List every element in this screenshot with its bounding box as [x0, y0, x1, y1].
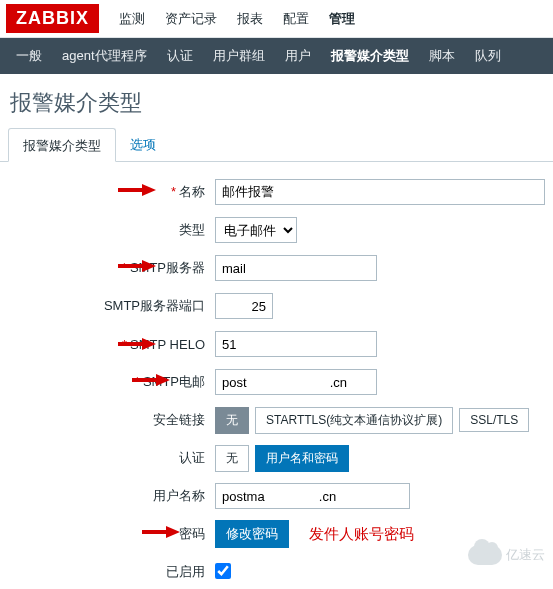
subnav-proxies[interactable]: agent代理程序: [52, 47, 157, 65]
smtp-email-input[interactable]: [215, 369, 377, 395]
label-auth: 认证: [0, 449, 215, 467]
subnav-mediatypes[interactable]: 报警媒介类型: [321, 47, 419, 65]
change-password-button[interactable]: 修改密码: [215, 520, 289, 548]
subnav-general[interactable]: 一般: [6, 47, 52, 65]
tab-options[interactable]: 选项: [116, 128, 170, 161]
username-input[interactable]: [215, 483, 410, 509]
name-input[interactable]: [215, 179, 545, 205]
tab-mediatype[interactable]: 报警媒介类型: [8, 128, 116, 162]
topnav-inventory[interactable]: 资产记录: [155, 10, 227, 28]
auth-none-button[interactable]: 无: [215, 445, 249, 472]
label-name: *名称: [0, 183, 215, 201]
label-smtp-port: SMTP服务器端口: [0, 297, 215, 315]
smtp-server-input[interactable]: [215, 255, 377, 281]
topnav-config[interactable]: 配置: [273, 10, 319, 28]
security-ssltls-button[interactable]: SSL/TLS: [459, 408, 529, 432]
page-title: 报警媒介类型: [0, 74, 553, 128]
arrow-icon: [116, 183, 156, 197]
topnav-admin[interactable]: 管理: [319, 10, 365, 28]
label-username: 用户名称: [0, 487, 215, 505]
smtp-port-input[interactable]: [215, 293, 273, 319]
label-smtp-email: *SMTP电邮: [0, 373, 215, 391]
subnav-queue[interactable]: 队列: [465, 47, 511, 65]
arrow-icon: [116, 259, 156, 273]
type-select[interactable]: 电子邮件: [215, 217, 297, 243]
auth-userpass-button[interactable]: 用户名和密码: [255, 445, 349, 472]
label-smtp-helo: *SMTP HELO: [0, 337, 215, 352]
topnav-monitoring[interactable]: 监测: [109, 10, 155, 28]
label-password: 密码: [0, 525, 215, 543]
topnav-reports[interactable]: 报表: [227, 10, 273, 28]
watermark: 亿速云: [468, 545, 545, 565]
subnav-scripts[interactable]: 脚本: [419, 47, 465, 65]
enabled-checkbox[interactable]: [215, 563, 231, 579]
brand-logo[interactable]: ZABBIX: [6, 4, 99, 33]
label-smtp-server: *SMTP服务器: [0, 259, 215, 277]
label-security: 安全链接: [0, 411, 215, 429]
annotation-text: 发件人账号密码: [309, 525, 414, 544]
security-none-button[interactable]: 无: [215, 407, 249, 434]
arrow-icon: [130, 373, 170, 387]
subnav-auth[interactable]: 认证: [157, 47, 203, 65]
label-type: 类型: [0, 221, 215, 239]
arrow-icon: [140, 525, 180, 539]
smtp-helo-input[interactable]: [215, 331, 377, 357]
cloud-icon: [468, 545, 502, 565]
arrow-icon: [116, 337, 156, 351]
security-starttls-button[interactable]: STARTTLS(纯文本通信协议扩展): [255, 407, 453, 434]
subnav-users[interactable]: 用户: [275, 47, 321, 65]
label-enabled: 已启用: [0, 563, 215, 581]
subnav-usergroups[interactable]: 用户群组: [203, 47, 275, 65]
